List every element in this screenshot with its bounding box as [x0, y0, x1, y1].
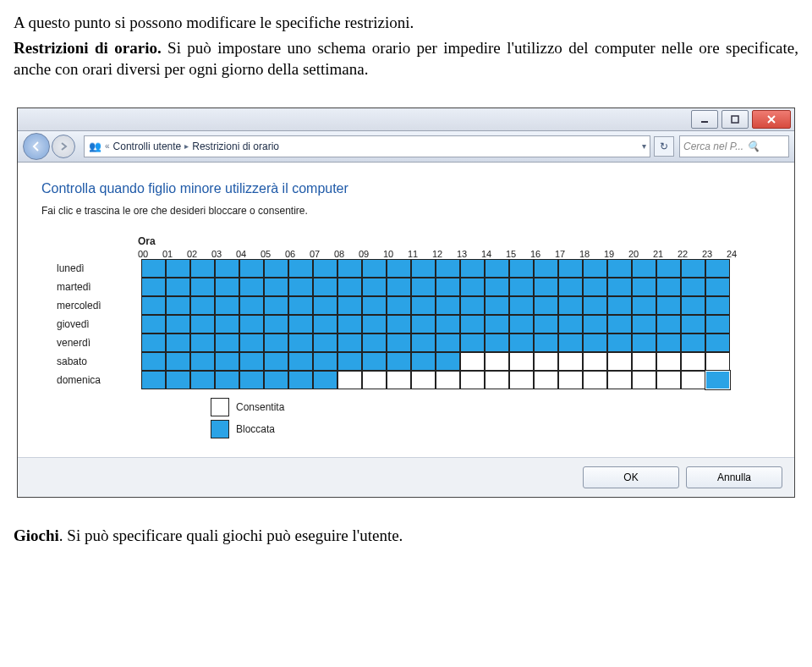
time-cell[interactable] [534, 371, 558, 389]
time-cell[interactable] [705, 259, 730, 278]
time-cell[interactable] [215, 278, 239, 296]
time-cell[interactable] [337, 334, 362, 352]
time-cell[interactable] [215, 296, 239, 315]
time-cell[interactable] [485, 371, 509, 389]
time-cell[interactable] [509, 352, 534, 371]
time-cell[interactable] [705, 278, 730, 296]
time-cell[interactable] [583, 371, 607, 389]
time-cell[interactable] [239, 278, 264, 296]
time-cell[interactable] [436, 334, 460, 352]
time-cell[interactable] [387, 334, 411, 352]
time-cell[interactable] [460, 352, 485, 371]
time-cell[interactable] [485, 315, 509, 334]
time-cell[interactable] [509, 259, 534, 278]
time-cell[interactable] [607, 352, 632, 371]
time-cell[interactable] [656, 278, 681, 296]
time-cell[interactable] [313, 334, 337, 352]
time-cell[interactable] [705, 296, 730, 315]
time-cell[interactable] [337, 278, 362, 296]
time-cell[interactable] [583, 315, 607, 334]
time-cell[interactable] [705, 334, 730, 352]
time-cell[interactable] [337, 296, 362, 315]
time-cell[interactable] [362, 371, 387, 389]
time-cell[interactable] [485, 296, 509, 315]
time-cell[interactable] [215, 371, 239, 389]
time-cell[interactable] [485, 259, 509, 278]
time-cell[interactable] [436, 259, 460, 278]
time-cell[interactable] [337, 259, 362, 278]
time-cell[interactable] [141, 371, 166, 389]
time-cell[interactable] [460, 278, 485, 296]
time-cell[interactable] [705, 371, 730, 389]
time-cell[interactable] [190, 278, 215, 296]
time-cell[interactable] [656, 334, 681, 352]
time-cell[interactable] [681, 296, 705, 315]
time-cell[interactable] [141, 278, 166, 296]
time-cell[interactable] [141, 334, 166, 352]
time-cell[interactable] [215, 259, 239, 278]
time-cell[interactable] [632, 259, 656, 278]
time-cell[interactable] [166, 352, 190, 371]
time-cell[interactable] [166, 334, 190, 352]
time-cell[interactable] [681, 371, 705, 389]
time-cell[interactable] [141, 315, 166, 334]
time-cell[interactable] [607, 334, 632, 352]
time-cell[interactable] [534, 352, 558, 371]
time-cell[interactable] [166, 259, 190, 278]
time-cell[interactable] [583, 278, 607, 296]
time-cell[interactable] [288, 352, 313, 371]
time-cell[interactable] [141, 259, 166, 278]
time-cell[interactable] [632, 315, 656, 334]
time-cell[interactable] [411, 334, 436, 352]
time-cell[interactable] [288, 315, 313, 334]
time-cell[interactable] [632, 334, 656, 352]
time-cell[interactable] [583, 352, 607, 371]
time-cell[interactable] [215, 315, 239, 334]
maximize-button[interactable] [721, 110, 749, 129]
dropdown-icon[interactable]: ▾ [642, 141, 646, 151]
time-cell[interactable] [313, 352, 337, 371]
time-cell[interactable] [558, 315, 583, 334]
time-cell[interactable] [436, 278, 460, 296]
time-cell[interactable] [656, 352, 681, 371]
time-cell[interactable] [460, 334, 485, 352]
time-cell[interactable] [387, 371, 411, 389]
time-cell[interactable] [656, 315, 681, 334]
time-cell[interactable] [387, 315, 411, 334]
time-cell[interactable] [362, 352, 387, 371]
time-cell[interactable] [239, 315, 264, 334]
time-cell[interactable] [558, 371, 583, 389]
time-cell[interactable] [656, 259, 681, 278]
time-cell[interactable] [337, 371, 362, 389]
time-cell[interactable] [509, 278, 534, 296]
time-cell[interactable] [387, 259, 411, 278]
time-cell[interactable] [239, 371, 264, 389]
time-cell[interactable] [632, 352, 656, 371]
time-cell[interactable] [436, 352, 460, 371]
time-cell[interactable] [460, 296, 485, 315]
time-cell[interactable] [411, 278, 436, 296]
time-cell[interactable] [362, 278, 387, 296]
time-cell[interactable] [288, 259, 313, 278]
close-button[interactable] [752, 110, 791, 129]
cancel-button[interactable]: Annulla [686, 466, 782, 488]
time-cell[interactable] [411, 315, 436, 334]
time-cell[interactable] [190, 371, 215, 389]
time-cell[interactable] [705, 315, 730, 334]
time-cell[interactable] [558, 259, 583, 278]
time-cell[interactable] [215, 334, 239, 352]
time-cell[interactable] [436, 296, 460, 315]
time-cell[interactable] [558, 278, 583, 296]
time-cell[interactable] [607, 315, 632, 334]
time-cell[interactable] [534, 278, 558, 296]
time-cell[interactable] [264, 334, 288, 352]
time-cell[interactable] [558, 296, 583, 315]
time-cell[interactable] [264, 296, 288, 315]
time-cell[interactable] [705, 352, 730, 371]
forward-button[interactable] [52, 135, 75, 158]
time-cell[interactable] [264, 259, 288, 278]
time-cell[interactable] [239, 334, 264, 352]
time-cell[interactable] [362, 296, 387, 315]
time-cell[interactable] [411, 352, 436, 371]
time-cell[interactable] [264, 371, 288, 389]
